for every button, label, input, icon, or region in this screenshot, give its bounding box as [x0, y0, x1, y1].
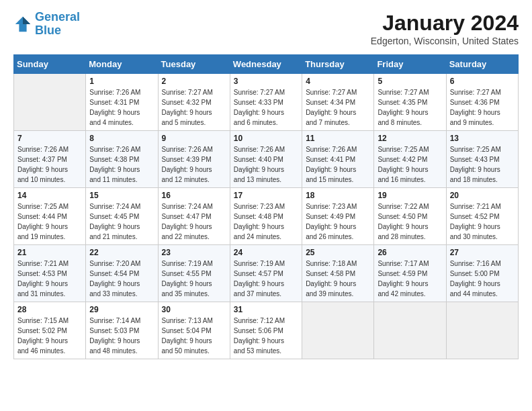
day-number: 23 — [162, 248, 226, 257]
week-row-1: 1Sunrise: 7:26 AM Sunset: 4:31 PM Daylig… — [14, 74, 519, 131]
day-info: Sunrise: 7:13 AM Sunset: 5:04 PM Dayligh… — [162, 316, 226, 356]
logo: General Blue — [13, 11, 80, 38]
week-row-4: 21Sunrise: 7:21 AM Sunset: 4:53 PM Dayli… — [14, 245, 519, 302]
calendar-cell: 24Sunrise: 7:19 AM Sunset: 4:57 PM Dayli… — [230, 245, 302, 302]
day-info: Sunrise: 7:22 AM Sunset: 4:50 PM Dayligh… — [378, 201, 442, 242]
day-number: 20 — [450, 191, 515, 200]
day-info: Sunrise: 7:27 AM Sunset: 4:32 PM Dayligh… — [162, 87, 226, 128]
day-number: 15 — [89, 191, 154, 200]
svg-marker-1 — [23, 17, 30, 24]
day-info: Sunrise: 7:23 AM Sunset: 4:49 PM Dayligh… — [306, 201, 370, 242]
day-info: Sunrise: 7:17 AM Sunset: 4:59 PM Dayligh… — [378, 259, 442, 299]
day-info: Sunrise: 7:18 AM Sunset: 4:58 PM Dayligh… — [306, 259, 370, 299]
day-number: 17 — [234, 191, 298, 200]
calendar-header: SundayMondayTuesdayWednesdayThursdayFrid… — [14, 55, 519, 74]
header-cell-thursday: Thursday — [302, 55, 374, 74]
calendar-cell: 28Sunrise: 7:15 AM Sunset: 5:02 PM Dayli… — [14, 302, 86, 359]
calendar-cell: 11Sunrise: 7:26 AM Sunset: 4:41 PM Dayli… — [302, 131, 374, 188]
calendar-cell: 23Sunrise: 7:19 AM Sunset: 4:55 PM Dayli… — [158, 245, 230, 302]
title-area: January 2024 Edgerton, Wisconsin, United… — [371, 11, 519, 46]
calendar-cell: 18Sunrise: 7:23 AM Sunset: 4:49 PM Dayli… — [302, 188, 374, 245]
calendar-cell: 22Sunrise: 7:20 AM Sunset: 4:54 PM Dayli… — [86, 245, 158, 302]
day-number: 2 — [162, 77, 226, 86]
calendar-cell: 5Sunrise: 7:27 AM Sunset: 4:35 PM Daylig… — [374, 74, 446, 131]
day-number: 25 — [306, 248, 370, 257]
day-number: 3 — [234, 77, 298, 86]
calendar-cell: 31Sunrise: 7:12 AM Sunset: 5:06 PM Dayli… — [230, 302, 302, 359]
calendar-cell: 9Sunrise: 7:26 AM Sunset: 4:39 PM Daylig… — [158, 131, 230, 188]
day-info: Sunrise: 7:26 AM Sunset: 4:37 PM Dayligh… — [17, 144, 82, 185]
day-info: Sunrise: 7:27 AM Sunset: 4:33 PM Dayligh… — [234, 87, 298, 128]
calendar-cell: 30Sunrise: 7:13 AM Sunset: 5:04 PM Dayli… — [158, 302, 230, 359]
day-number: 11 — [306, 134, 370, 143]
header-cell-tuesday: Tuesday — [158, 55, 230, 74]
day-number: 24 — [234, 248, 298, 257]
calendar-cell: 6Sunrise: 7:27 AM Sunset: 4:36 PM Daylig… — [446, 74, 518, 131]
calendar-cell — [14, 74, 86, 131]
calendar-cell: 26Sunrise: 7:17 AM Sunset: 4:59 PM Dayli… — [374, 245, 446, 302]
day-number: 5 — [378, 77, 442, 86]
calendar-cell: 27Sunrise: 7:16 AM Sunset: 5:00 PM Dayli… — [446, 245, 518, 302]
header-cell-saturday: Saturday — [446, 55, 518, 74]
header-cell-wednesday: Wednesday — [230, 55, 302, 74]
logo-line1: General — [35, 10, 80, 24]
calendar-cell: 7Sunrise: 7:26 AM Sunset: 4:37 PM Daylig… — [14, 131, 86, 188]
day-info: Sunrise: 7:19 AM Sunset: 4:55 PM Dayligh… — [162, 259, 226, 299]
day-info: Sunrise: 7:19 AM Sunset: 4:57 PM Dayligh… — [234, 259, 298, 299]
day-number: 8 — [89, 134, 154, 143]
day-number: 6 — [450, 77, 515, 86]
logo-line2: Blue — [35, 24, 61, 37]
day-number: 7 — [17, 134, 82, 143]
day-number: 1 — [89, 77, 154, 86]
day-info: Sunrise: 7:27 AM Sunset: 4:35 PM Dayligh… — [378, 87, 442, 128]
header-cell-sunday: Sunday — [14, 55, 86, 74]
logo-icon — [13, 15, 32, 34]
day-number: 31 — [234, 305, 298, 314]
day-info: Sunrise: 7:27 AM Sunset: 4:36 PM Dayligh… — [450, 87, 515, 128]
calendar-cell: 29Sunrise: 7:14 AM Sunset: 5:03 PM Dayli… — [86, 302, 158, 359]
day-info: Sunrise: 7:23 AM Sunset: 4:48 PM Dayligh… — [234, 201, 298, 242]
logo-text: General Blue — [35, 11, 80, 38]
calendar-table: SundayMondayTuesdayWednesdayThursdayFrid… — [13, 54, 519, 359]
day-info: Sunrise: 7:21 AM Sunset: 4:52 PM Dayligh… — [450, 201, 515, 242]
day-number: 30 — [162, 305, 226, 314]
calendar-cell — [302, 302, 374, 359]
header-cell-friday: Friday — [374, 55, 446, 74]
day-number: 4 — [306, 77, 370, 86]
day-info: Sunrise: 7:14 AM Sunset: 5:03 PM Dayligh… — [89, 316, 154, 356]
day-number: 13 — [450, 134, 515, 143]
calendar-cell: 12Sunrise: 7:25 AM Sunset: 4:42 PM Dayli… — [374, 131, 446, 188]
calendar-cell: 15Sunrise: 7:24 AM Sunset: 4:45 PM Dayli… — [86, 188, 158, 245]
day-info: Sunrise: 7:27 AM Sunset: 4:34 PM Dayligh… — [306, 87, 370, 128]
day-number: 26 — [378, 248, 442, 257]
day-info: Sunrise: 7:26 AM Sunset: 4:40 PM Dayligh… — [234, 144, 298, 185]
calendar-cell: 21Sunrise: 7:21 AM Sunset: 4:53 PM Dayli… — [14, 245, 86, 302]
day-info: Sunrise: 7:25 AM Sunset: 4:42 PM Dayligh… — [378, 144, 442, 185]
day-info: Sunrise: 7:20 AM Sunset: 4:54 PM Dayligh… — [89, 259, 154, 299]
day-info: Sunrise: 7:26 AM Sunset: 4:38 PM Dayligh… — [89, 144, 154, 185]
month-title: January 2024 — [371, 11, 519, 36]
day-info: Sunrise: 7:26 AM Sunset: 4:41 PM Dayligh… — [306, 144, 370, 185]
day-info: Sunrise: 7:25 AM Sunset: 4:43 PM Dayligh… — [450, 144, 515, 185]
calendar-body: 1Sunrise: 7:26 AM Sunset: 4:31 PM Daylig… — [14, 74, 519, 359]
calendar-cell: 2Sunrise: 7:27 AM Sunset: 4:32 PM Daylig… — [158, 74, 230, 131]
day-number: 21 — [17, 248, 82, 257]
day-number: 16 — [162, 191, 226, 200]
calendar-cell — [446, 302, 518, 359]
header-cell-monday: Monday — [86, 55, 158, 74]
day-number: 28 — [17, 305, 82, 314]
day-number: 29 — [89, 305, 154, 314]
week-row-5: 28Sunrise: 7:15 AM Sunset: 5:02 PM Dayli… — [14, 302, 519, 359]
day-info: Sunrise: 7:24 AM Sunset: 4:45 PM Dayligh… — [89, 201, 154, 242]
calendar-cell: 3Sunrise: 7:27 AM Sunset: 4:33 PM Daylig… — [230, 74, 302, 131]
day-number: 27 — [450, 248, 515, 257]
calendar-cell: 20Sunrise: 7:21 AM Sunset: 4:52 PM Dayli… — [446, 188, 518, 245]
calendar-cell — [374, 302, 446, 359]
day-number: 9 — [162, 134, 226, 143]
week-row-3: 14Sunrise: 7:25 AM Sunset: 4:44 PM Dayli… — [14, 188, 519, 245]
day-info: Sunrise: 7:26 AM Sunset: 4:39 PM Dayligh… — [162, 144, 226, 185]
day-info: Sunrise: 7:26 AM Sunset: 4:31 PM Dayligh… — [89, 87, 154, 128]
calendar-cell: 14Sunrise: 7:25 AM Sunset: 4:44 PM Dayli… — [14, 188, 86, 245]
calendar-cell: 16Sunrise: 7:24 AM Sunset: 4:47 PM Dayli… — [158, 188, 230, 245]
calendar-cell: 25Sunrise: 7:18 AM Sunset: 4:58 PM Dayli… — [302, 245, 374, 302]
